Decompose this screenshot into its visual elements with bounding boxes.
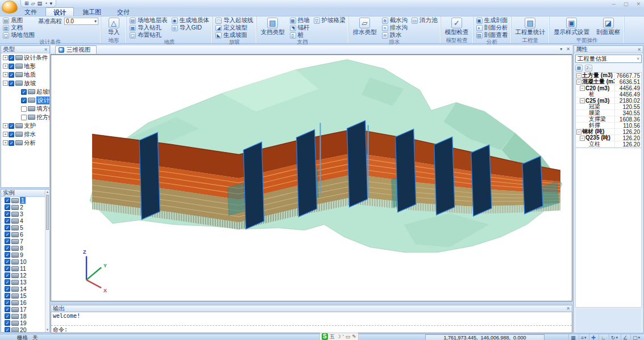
ribbon-tab-2[interactable]: 施工图 [75, 7, 109, 16]
tree-item-design-conditions[interactable]: +✓设计条件 [1, 53, 49, 62]
tree-item-terrain[interactable]: +✓地形 [1, 62, 49, 70]
section-observe-button[interactable]: ◪剖面观察 [595, 17, 622, 37]
grid-status[interactable]: 栅格 关 [17, 334, 38, 340]
checkbox[interactable]: ✓ [5, 211, 10, 217]
wubi-icon[interactable]: 五 [330, 333, 335, 340]
properties-panel-header[interactable]: 属性 ✕ [574, 46, 643, 53]
sync-icon[interactable]: ◔ [44, 1, 47, 6]
import-gid-button[interactable]: ◎导入GID [171, 24, 210, 31]
layout-borehole-button[interactable]: ▢布置钻孔 [129, 32, 168, 39]
expander-icon[interactable]: − [580, 136, 585, 141]
chevron-down-icon[interactable]: ▾ [584, 335, 587, 340]
quantity-row[interactable]: 立柱126.20 [576, 141, 641, 148]
properties-mode-select[interactable]: 工程量估算 ˅ [575, 54, 642, 63]
generate-slope-face-button[interactable]: ◣生成坡面 [215, 32, 254, 39]
expander-icon[interactable]: − [3, 81, 8, 86]
checkbox[interactable]: ✓ [5, 266, 10, 271]
halfmoon-icon[interactable]: ☽ [336, 333, 341, 340]
instance-item[interactable]: ✓14 [1, 286, 49, 292]
import-terrain-button[interactable]: △导入 [103, 17, 124, 37]
tree-item-cut-body[interactable]: 挖方体 [1, 113, 49, 121]
expander-icon[interactable]: − [576, 129, 581, 135]
tree-item-drainage[interactable]: +✓排水 [1, 130, 49, 138]
chevron-down-icon[interactable]: ▾ [638, 335, 640, 340]
checkbox[interactable]: ✓ [9, 81, 14, 86]
generate-section-button[interactable]: ▣生成剖面 [476, 17, 509, 24]
instance-item[interactable]: ✓4 [1, 217, 49, 224]
checkbox[interactable]: ✓ [5, 259, 10, 265]
tree-item-design-slope-face[interactable]: ✓设计坡面 [1, 96, 49, 104]
checkbox[interactable] [21, 115, 27, 120]
output-panel-header[interactable]: 输出 ✕ [51, 305, 572, 312]
tab-list-dropdown-icon[interactable]: ▾ [560, 47, 562, 52]
close-view-icon[interactable]: ✕ [566, 47, 570, 52]
checkbox[interactable]: ✓ [5, 286, 10, 292]
3d-model-canvas[interactable]: Z Y X [51, 55, 572, 301]
expander-icon[interactable]: + [3, 123, 8, 128]
expander-icon[interactable]: − [576, 73, 581, 78]
checkbox[interactable]: ✓ [9, 64, 14, 69]
instance-item[interactable]: ✓19 [1, 320, 49, 326]
ribbon-tab-0[interactable]: 文件 [17, 7, 44, 16]
instance-item[interactable]: ✓16 [1, 299, 49, 306]
checkbox[interactable]: ✓ [5, 279, 10, 285]
instance-item[interactable]: ✓17 [1, 306, 49, 313]
checkbox[interactable]: ✓ [5, 232, 10, 237]
stilling-basin-button[interactable]: ▭消力池 [411, 17, 438, 24]
import-slope-start-line-button[interactable]: ◠导入起坡线 [215, 17, 254, 24]
expander-icon[interactable]: + [3, 72, 8, 77]
drainage-type-button[interactable]: ▱排水类型 [351, 17, 379, 37]
instances-panel-header[interactable]: 实例 ✕ [1, 190, 49, 197]
expander-icon[interactable]: + [3, 132, 8, 137]
app-logo[interactable] [2, 1, 18, 14]
checkbox[interactable]: ✓ [5, 198, 10, 203]
document-button[interactable]: ▥文档 [2, 24, 35, 31]
ortho-icon[interactable]: ∟ [599, 334, 608, 340]
snap-icon[interactable]: ✛ [589, 334, 597, 340]
scroll-down-icon[interactable]: ▼ [45, 328, 49, 332]
generate-geology-body-button[interactable]: ◉生成地质体 [171, 17, 210, 24]
punctuation-icon[interactable]: ’ [343, 333, 344, 340]
instance-item[interactable]: ✓3 [1, 211, 49, 217]
open-file-icon[interactable]: ▱ [31, 1, 35, 6]
quantity-row[interactable]: 桩4456.49 [576, 91, 641, 98]
drop-water-button[interactable]: ≂跌水 [381, 32, 409, 39]
checkbox[interactable]: ✓ [5, 252, 10, 258]
instance-item[interactable]: ✓7 [1, 238, 49, 245]
instance-item[interactable]: ✓5 [1, 224, 49, 231]
checkbox[interactable]: ✓ [5, 218, 10, 224]
grid-toggle-icon[interactable]: ▦ [568, 334, 577, 340]
types-panel-header[interactable]: 类型 ✕ [1, 46, 49, 53]
retaining-wall-button[interactable]: ▦挡墙 [289, 17, 310, 24]
drainage-ditch-button[interactable]: ≈排水沟 [381, 24, 409, 31]
quantity-statistics-button[interactable]: ▤工程量统计 [514, 17, 547, 37]
checkbox[interactable]: ✓ [21, 98, 27, 103]
instance-item[interactable]: ✓10 [1, 258, 49, 265]
expander-icon[interactable]: + [3, 140, 8, 145]
instance-item[interactable]: ✓1 [1, 197, 49, 204]
quantity-row[interactable]: −混凝土量 (m3)6636.51 [576, 79, 641, 85]
polar-tracking-icon[interactable]: ↻▾ [609, 334, 620, 340]
checkbox[interactable]: ✓ [5, 307, 10, 312]
tree-item-slope-start-line[interactable]: ✓起坡线 [1, 87, 49, 96]
new-file-icon[interactable]: ⊞ [24, 1, 29, 6]
expander-icon[interactable]: − [580, 86, 585, 91]
instance-item[interactable]: ✓12 [1, 272, 49, 279]
save-icon[interactable]: ▤ [37, 1, 42, 6]
instance-item[interactable]: ✓2 [1, 204, 49, 211]
support-type-button[interactable]: ▤支挡类型 [259, 17, 286, 37]
tab-3d-view[interactable]: 三维视图 [55, 45, 97, 54]
viewport-3d[interactable]: Z Y X [51, 54, 572, 301]
close-icon[interactable]: ✕ [637, 47, 641, 52]
osnap-icon[interactable]: ▢▾ [630, 334, 642, 340]
checkbox[interactable]: ✓ [21, 89, 27, 95]
scrollbar[interactable]: ▲ ▼ [45, 190, 49, 332]
model-check-button[interactable]: ✓模型检查 [443, 17, 471, 37]
keyboard-icon[interactable]: ▭ [346, 333, 351, 340]
checkbox[interactable] [21, 106, 27, 112]
section-view-button[interactable]: ▨剖面查看 [476, 32, 509, 39]
checkbox[interactable]: ✓ [9, 123, 14, 129]
base-map-button[interactable]: ▤底图 [2, 17, 35, 24]
tree-item-fill-body[interactable]: 填方体 [1, 104, 49, 113]
sort-descending-icon[interactable]: 2↓ [585, 65, 592, 72]
